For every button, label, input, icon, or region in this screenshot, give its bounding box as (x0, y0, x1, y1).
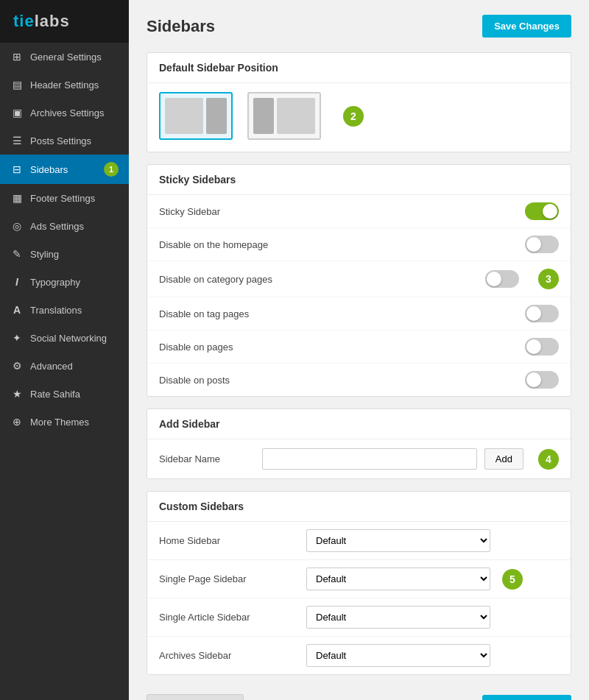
sidebar-item-label: More Themes (30, 417, 89, 428)
toggle-knob (526, 372, 541, 387)
toggle-label: Disable on tag pages (159, 308, 525, 319)
sticky-sidebars-section: Sticky Sidebars Sticky Sidebar Disable o… (147, 164, 571, 397)
custom-sidebar-label: Home Sidebar (159, 535, 306, 546)
custom-sidebar-label: Archives Sidebar (159, 650, 306, 661)
sidebar-item-label: Social Networking (30, 333, 107, 344)
sidebar-item-more-themes[interactable]: ⊕ More Themes (0, 408, 129, 436)
sticky-sidebars-title: Sticky Sidebars (147, 165, 571, 195)
sidebar-area-right (206, 98, 227, 134)
add-sidebar-row: Sidebar Name Add 4 (147, 439, 571, 478)
sidebar-name-input[interactable] (262, 448, 477, 470)
position-right-sidebar[interactable] (159, 92, 233, 140)
sidebar-item-rate-sahifa[interactable]: ★ Rate Sahifa (0, 380, 129, 408)
custom-sidebar-single-article: Single Article Sidebar Default (147, 598, 571, 637)
sidebar-item-general-settings[interactable]: ⊞ General Settings (0, 43, 129, 71)
toggle-switch-disable-posts[interactable] (525, 371, 559, 389)
sidebar-item-social-networking[interactable]: ✦ Social Networking (0, 324, 129, 352)
toggle-label: Disable on posts (159, 375, 525, 386)
home-sidebar-select[interactable]: Default (306, 529, 490, 552)
add-sidebar-section: Add Sidebar Sidebar Name Add 4 (147, 409, 571, 479)
custom-sidebar-archives: Archives Sidebar Default (147, 637, 571, 674)
more-themes-icon: ⊕ (10, 415, 24, 428)
page-title: Sidebars (147, 17, 215, 36)
sidebar: tielabs ⊞ General Settings ▤ Header Sett… (0, 0, 129, 700)
toggle-sticky-sidebar: Sticky Sidebar (147, 195, 571, 228)
brand-name-end: labs (35, 12, 70, 30)
advanced-icon: ⚙ (10, 359, 24, 372)
toggle-knob (526, 339, 541, 354)
archives-settings-icon: ▣ (10, 106, 24, 119)
archives-sidebar-select[interactable]: Default (306, 644, 490, 667)
section-badge-2: 2 (343, 106, 364, 127)
toggle-switch-disable-tag[interactable] (525, 305, 559, 322)
add-sidebar-title: Add Sidebar (147, 409, 571, 439)
save-changes-button-bottom[interactable]: Save Changes (482, 695, 571, 700)
page-header: Sidebars Save Changes (147, 15, 571, 38)
posts-settings-icon: ☰ (10, 134, 24, 147)
single-page-sidebar-select[interactable]: Default (306, 568, 490, 590)
sidebar-item-label: Translations (30, 305, 82, 316)
header-settings-icon: ▤ (10, 78, 24, 91)
sidebar-item-footer-settings[interactable]: ▦ Footer Settings (0, 184, 129, 212)
sidebar-item-archives-settings[interactable]: ▣ Archives Settings (0, 99, 129, 127)
main-content: Sidebars Save Changes Default Sidebar Po… (129, 0, 589, 700)
sidebar-item-advanced[interactable]: ⚙ Advanced (0, 352, 129, 380)
custom-sidebar-single-page: Single Page Sidebar Default 5 (147, 560, 571, 598)
sidebar-item-label: Sidebars (30, 164, 68, 175)
position-left-sidebar[interactable] (247, 92, 321, 140)
toggle-knob (526, 237, 541, 252)
general-settings-icon: ⊞ (10, 50, 24, 63)
sidebar-item-label: Typography (30, 277, 80, 288)
add-sidebar-button[interactable]: Add (484, 448, 523, 470)
toggle-knob (543, 204, 557, 219)
sidebar-item-label: General Settings (30, 52, 102, 63)
toggle-disable-pages: Disable on pages (147, 330, 571, 364)
sidebar-item-sidebars[interactable]: ⊟ Sidebars 1 (0, 155, 129, 184)
translations-icon: A (10, 303, 24, 317)
single-article-sidebar-select[interactable]: Default (306, 606, 490, 629)
toggle-switch-disable-category[interactable] (485, 270, 519, 288)
sidebar-area-left (253, 98, 274, 134)
bottom-bar: Reset All Settings Save Changes (147, 687, 571, 700)
toggle-switch-sticky-sidebar[interactable] (525, 202, 559, 220)
sidebars-badge: 1 (104, 162, 119, 177)
toggle-label: Sticky Sidebar (159, 206, 525, 217)
toggle-knob (526, 306, 541, 321)
toggle-disable-posts: Disable on posts (147, 364, 571, 396)
sidebar-item-posts-settings[interactable]: ☰ Posts Settings (0, 127, 129, 155)
social-networking-icon: ✦ (10, 331, 24, 344)
section-badge-5: 5 (502, 569, 523, 590)
toggle-switch-disable-homepage[interactable] (525, 236, 559, 253)
reset-all-settings-button[interactable]: Reset All Settings (147, 694, 244, 700)
toggle-label: Disable on the homepage (159, 239, 525, 250)
sidebar-item-header-settings[interactable]: ▤ Header Settings (0, 71, 129, 99)
sidebar-item-translations[interactable]: A Translations (0, 296, 129, 324)
brand-logo: tielabs (0, 0, 129, 43)
default-sidebar-position-title: Default Sidebar Position (147, 53, 571, 83)
custom-sidebars-title: Custom Sidebars (147, 492, 571, 522)
default-sidebar-position-section: Default Sidebar Position 2 (147, 52, 571, 152)
sidebar-item-typography[interactable]: I Typography (0, 268, 129, 296)
sidebar-item-label: Styling (30, 249, 59, 260)
sidebar-name-label: Sidebar Name (159, 453, 255, 464)
main-area-left (165, 98, 203, 134)
section-badge-4: 4 (538, 449, 559, 470)
save-changes-button-top[interactable]: Save Changes (482, 15, 571, 38)
section-badge-3: 3 (538, 269, 559, 289)
custom-sidebar-label: Single Page Sidebar (159, 573, 306, 584)
sidebar-item-styling[interactable]: ✎ Styling (0, 240, 129, 268)
typography-icon: I (10, 275, 24, 289)
custom-sidebar-label: Single Article Sidebar (159, 612, 306, 623)
ads-settings-icon: ◎ (10, 219, 24, 233)
position-options: 2 (147, 83, 571, 152)
styling-icon: ✎ (10, 247, 24, 261)
rate-sahifa-icon: ★ (10, 387, 24, 400)
sidebar-item-label: Ads Settings (30, 221, 84, 232)
sidebars-icon: ⊟ (10, 163, 24, 176)
toggle-switch-disable-pages[interactable] (525, 338, 559, 356)
sidebar-item-label: Posts Settings (30, 135, 91, 146)
sidebar-item-ads-settings[interactable]: ◎ Ads Settings (0, 212, 129, 240)
toggle-knob (487, 272, 501, 286)
toggle-disable-homepage: Disable on the homepage (147, 228, 571, 261)
sidebar-item-label: Advanced (30, 361, 73, 372)
